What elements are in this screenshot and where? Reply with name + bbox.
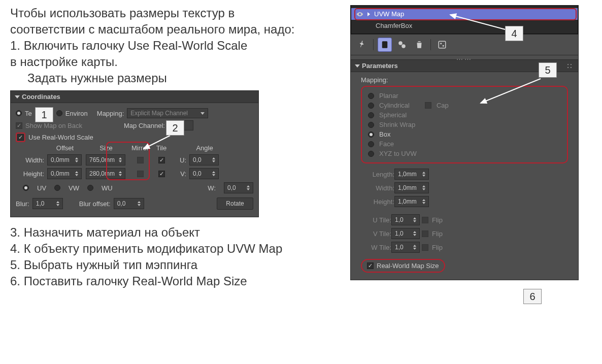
- modifier-uvw-map-label: UVW Map: [374, 10, 404, 18]
- real-world-map-size-label: Real-World Map Size: [377, 262, 439, 270]
- configure-sets-button[interactable]: [435, 38, 449, 52]
- v-flip-checkbox[interactable]: [422, 230, 428, 237]
- make-unique-button[interactable]: [395, 38, 409, 52]
- blur-label: Blur:: [16, 200, 29, 208]
- v-angle-label: V:: [172, 170, 186, 178]
- length-spinner[interactable]: 1,0mm: [394, 169, 429, 180]
- mapping-dropdown[interactable]: Explicit Map Channel: [127, 108, 208, 118]
- step-1a: 1. Включить галочку Use Real-World Scale: [10, 38, 335, 54]
- mapping-planar-radio[interactable]: [368, 93, 374, 99]
- mapping-cylindrical-radio[interactable]: [368, 103, 374, 109]
- width-modifier-spinner[interactable]: 1,0mm: [394, 182, 429, 193]
- mapping-face-radio[interactable]: [368, 141, 374, 147]
- svg-rect-0: [382, 41, 388, 48]
- mapping-shrink-radio[interactable]: [368, 122, 374, 128]
- blur-spinner[interactable]: 1,0: [32, 198, 63, 209]
- rwms-highlight: Real-World Map Size: [361, 259, 445, 273]
- cylindrical-cap-checkbox[interactable]: [425, 102, 431, 109]
- modifier-toolbar: [351, 34, 578, 55]
- svg-point-2: [402, 44, 406, 48]
- length-label: Length:: [366, 171, 394, 178]
- callout-2-arrow: [141, 135, 173, 152]
- svg-point-7: [567, 67, 568, 68]
- environ-label: Environ: [65, 110, 88, 117]
- grip-icon: [566, 62, 573, 70]
- show-map-on-back-label: Show Map on Back: [25, 122, 82, 129]
- visibility-icon: [356, 11, 363, 18]
- width-offset-spinner[interactable]: 0,0mm: [47, 154, 82, 166]
- svg-point-9: [571, 67, 572, 68]
- w-tile-spinner[interactable]: 1,0: [391, 242, 420, 253]
- callout-5-arrow: [478, 77, 544, 107]
- uv-radio[interactable]: [23, 185, 29, 191]
- modifier-chamferbox-label: ChamferBox: [376, 22, 412, 29]
- w-angle-label: W:: [208, 184, 216, 192]
- use-real-world-scale-checkbox[interactable]: [17, 134, 24, 141]
- callout-6: 6: [523, 289, 542, 304]
- u-angle-label: U:: [172, 156, 186, 164]
- step-3: 3. Назначить материал на объект: [10, 224, 335, 241]
- instructions-tail: 3. Назначить материал на объект 4. К объ…: [10, 224, 335, 289]
- w-tile-label: W Tile:: [366, 244, 391, 251]
- width-tile-checkbox[interactable]: [158, 157, 165, 163]
- texture-radio[interactable]: [16, 110, 22, 116]
- expand-caret-icon: [367, 12, 370, 16]
- show-map-on-back-checkbox[interactable]: [16, 122, 22, 129]
- offset-header: Offset: [47, 144, 83, 152]
- mapping-box-radio[interactable]: [368, 131, 374, 138]
- angle-header: Angle: [189, 144, 220, 152]
- modifier-panel: UVW Map ChamferBox ⋯⋯: [350, 5, 579, 280]
- trash-icon: [415, 40, 424, 49]
- step-1b: в настройке карты.: [10, 54, 335, 70]
- mapping-dropdown-label: Mapping:: [97, 110, 124, 117]
- show-end-result-button[interactable]: [378, 38, 392, 52]
- height-modifier-spinner[interactable]: 1,0mm: [394, 196, 429, 207]
- intro-line-1: Чтобы использовать размеры текстур в: [10, 5, 335, 21]
- step-1c: Задать нужные размеры: [10, 70, 335, 86]
- dimensions-group: Length: 1,0mm Width: 1,0mm Height: 1,0mm: [366, 169, 568, 207]
- rollout-caret-icon: [355, 64, 360, 68]
- blur-offset-label: Blur offset:: [79, 200, 111, 208]
- pin-stack-button[interactable]: [355, 38, 369, 52]
- vw-radio[interactable]: [54, 185, 60, 191]
- pin-icon: [357, 40, 366, 49]
- instructions: Чтобы использовать размеры текстур в соо…: [10, 5, 335, 86]
- tile-group: U Tile: 1,0 Flip V Tile: 1,0 Flip W Tile…: [366, 214, 568, 253]
- toolbar-divider: [373, 39, 374, 50]
- show-result-icon: [380, 40, 389, 49]
- svg-point-1: [398, 41, 403, 45]
- height-label: Height:: [16, 170, 44, 178]
- u-flip-checkbox[interactable]: [422, 217, 428, 223]
- real-world-map-size-checkbox[interactable]: [367, 262, 374, 269]
- use-rws-highlight: [16, 133, 25, 142]
- svg-point-8: [571, 63, 572, 64]
- environ-radio[interactable]: [56, 110, 62, 116]
- w-angle-spinner[interactable]: 0,0: [224, 182, 253, 193]
- u-tile-spinner[interactable]: 1,0: [391, 214, 420, 225]
- mapping-spherical-radio[interactable]: [368, 112, 374, 118]
- height-offset-spinner[interactable]: 0,0mm: [47, 168, 82, 179]
- width-label: Width:: [16, 156, 44, 164]
- coordinates-header[interactable]: Coordinates: [11, 91, 258, 103]
- svg-point-6: [567, 63, 568, 64]
- unique-icon: [397, 40, 407, 49]
- mapping-xyz-radio[interactable]: [368, 151, 374, 157]
- width-modifier-label: Width:: [366, 184, 394, 192]
- use-real-world-scale-label: Use Real-World Scale: [28, 134, 93, 141]
- v-tile-spinner[interactable]: 1,0: [391, 228, 420, 239]
- parameters-title: Parameters: [362, 62, 398, 70]
- panel-drag-handle[interactable]: ⋯⋯: [351, 55, 578, 59]
- remove-modifier-button[interactable]: [412, 38, 426, 52]
- callout-4-arrow: [447, 12, 513, 36]
- height-tile-checkbox[interactable]: [158, 171, 165, 177]
- svg-point-4: [440, 43, 442, 44]
- wu-radio[interactable]: [87, 185, 93, 191]
- v-angle-spinner[interactable]: 0,0: [189, 168, 219, 179]
- callout-5: 5: [539, 62, 557, 78]
- w-flip-checkbox[interactable]: [422, 244, 428, 251]
- callout-2: 2: [166, 120, 184, 136]
- blur-offset-spinner[interactable]: 0,0: [114, 198, 144, 209]
- rotate-button[interactable]: Rotate: [217, 197, 253, 210]
- u-angle-spinner[interactable]: 0,0: [189, 154, 219, 166]
- height-modifier-label: Height:: [366, 198, 394, 206]
